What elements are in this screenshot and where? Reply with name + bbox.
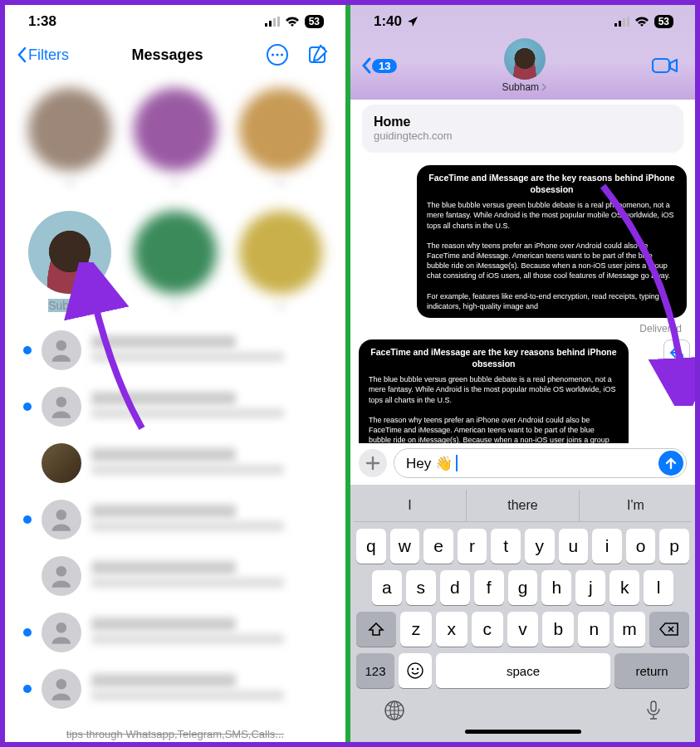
svg-point-14: [56, 679, 67, 690]
pinned-contact-subham[interactable]: Subham: [28, 211, 112, 312]
compose-button[interactable]: [307, 43, 329, 66]
pinned-contact[interactable]: —: [134, 211, 218, 312]
pinned-contact[interactable]: —: [238, 211, 322, 312]
shift-key[interactable]: [356, 612, 396, 647]
conversation-row[interactable]: [5, 661, 345, 717]
suggestion[interactable]: there: [467, 490, 580, 521]
svg-point-6: [276, 53, 278, 56]
back-button[interactable]: 13: [360, 56, 397, 75]
key-p[interactable]: p: [659, 529, 689, 564]
reply-button[interactable]: [663, 339, 690, 366]
svg-point-9: [56, 340, 67, 351]
globe-key[interactable]: [384, 700, 405, 721]
unread-dot-icon: [23, 403, 32, 411]
send-button[interactable]: [658, 451, 683, 476]
suggestion-bar: I there I'm: [354, 490, 692, 522]
svg-rect-25: [651, 701, 656, 711]
home-indicator[interactable]: [465, 730, 581, 734]
key-g[interactable]: g: [508, 570, 538, 605]
svg-point-5: [272, 53, 274, 56]
key-y[interactable]: y: [525, 529, 555, 564]
wifi-icon: [285, 17, 300, 27]
key-u[interactable]: u: [559, 529, 589, 564]
svg-point-22: [417, 668, 419, 670]
unread-dot-icon: [23, 628, 32, 637]
emoji-key[interactable]: [399, 653, 432, 688]
space-key[interactable]: space: [436, 653, 610, 688]
wifi-icon: [634, 17, 649, 27]
keyboard: I there I'm qwertyuiop asdfghjkl zxcvbnm…: [350, 485, 695, 742]
conversation-row[interactable]: [5, 435, 345, 491]
unread-dot-icon: [23, 685, 32, 693]
more-button[interactable]: [266, 43, 289, 66]
key-t[interactable]: t: [491, 529, 521, 564]
message-text-input[interactable]: Hey 👋: [394, 448, 687, 478]
key-r[interactable]: r: [458, 529, 487, 564]
text-cursor: [456, 455, 458, 471]
filters-button[interactable]: Filters: [17, 46, 69, 64]
key-q[interactable]: q: [356, 529, 386, 564]
dictation-key[interactable]: [645, 700, 662, 721]
pinned-contact[interactable]: —: [28, 88, 112, 189]
key-x[interactable]: x: [436, 612, 467, 647]
message-input-row: Hey 👋: [350, 443, 695, 485]
facetime-button[interactable]: [652, 56, 678, 75]
conversation-list[interactable]: [5, 319, 345, 717]
conversation-row[interactable]: [5, 604, 345, 661]
svg-rect-2: [273, 18, 276, 27]
unread-dot-icon: [23, 346, 32, 354]
attach-button[interactable]: [359, 449, 387, 477]
key-z[interactable]: z: [400, 612, 432, 647]
key-e[interactable]: e: [423, 529, 453, 564]
chevron-left-icon: [17, 46, 27, 63]
svg-rect-3: [277, 17, 280, 27]
svg-point-13: [56, 622, 67, 633]
key-j[interactable]: j: [575, 570, 605, 605]
key-s[interactable]: s: [406, 570, 436, 605]
key-f[interactable]: f: [474, 570, 504, 605]
key-v[interactable]: v: [507, 612, 539, 647]
key-h[interactable]: h: [541, 570, 571, 605]
sent-message-bubble[interactable]: FaceTime and iMessage are the key reason…: [417, 165, 687, 318]
delivered-label: Delivered: [359, 323, 687, 334]
link-preview[interactable]: Home guidingtech.com: [362, 105, 683, 152]
conversation-row[interactable]: [5, 378, 345, 435]
shift-icon: [368, 622, 384, 637]
conversation-row[interactable]: [5, 548, 345, 604]
pinned-contact[interactable]: —: [238, 88, 322, 189]
suggestion[interactable]: I: [354, 490, 467, 521]
key-k[interactable]: k: [609, 570, 639, 605]
received-message-bubble[interactable]: FaceTime and iMessage are the key reason…: [359, 339, 629, 443]
bubble-text: For example, features like end-to-end en…: [427, 291, 677, 311]
key-l[interactable]: l: [644, 570, 673, 605]
key-w[interactable]: w: [390, 529, 420, 564]
key-m[interactable]: m: [614, 612, 645, 647]
input-text-value: Hey 👋: [406, 455, 453, 472]
key-b[interactable]: b: [542, 612, 574, 647]
numbers-key[interactable]: 123: [356, 653, 394, 688]
conversation-row[interactable]: [5, 322, 345, 378]
svg-rect-16: [619, 21, 621, 27]
backspace-key[interactable]: [649, 612, 689, 647]
chevron-left-icon: [360, 56, 372, 75]
contact-header[interactable]: Subham: [502, 38, 547, 93]
battery-indicator: 53: [654, 15, 673, 28]
key-c[interactable]: c: [472, 612, 503, 647]
contact-name-label: Subham: [502, 81, 539, 93]
key-d[interactable]: d: [440, 570, 470, 605]
suggestion[interactable]: I'm: [580, 490, 692, 521]
conversation-row[interactable]: [5, 491, 345, 548]
key-a[interactable]: a: [372, 570, 402, 605]
status-bar: 1:40 53: [350, 5, 695, 33]
pinned-contact[interactable]: —: [134, 88, 218, 189]
svg-point-10: [56, 397, 67, 408]
bubble-title: FaceTime and iMessage are the key reason…: [427, 172, 677, 195]
key-n[interactable]: n: [578, 612, 609, 647]
return-key[interactable]: return: [614, 653, 689, 688]
unread-dot-icon: [23, 515, 32, 524]
chevron-right-icon: [541, 83, 547, 91]
messages-area[interactable]: FaceTime and iMessage are the key reason…: [350, 157, 695, 443]
key-i[interactable]: i: [592, 529, 622, 564]
link-preview-title: Home: [374, 115, 672, 129]
key-o[interactable]: o: [626, 529, 656, 564]
